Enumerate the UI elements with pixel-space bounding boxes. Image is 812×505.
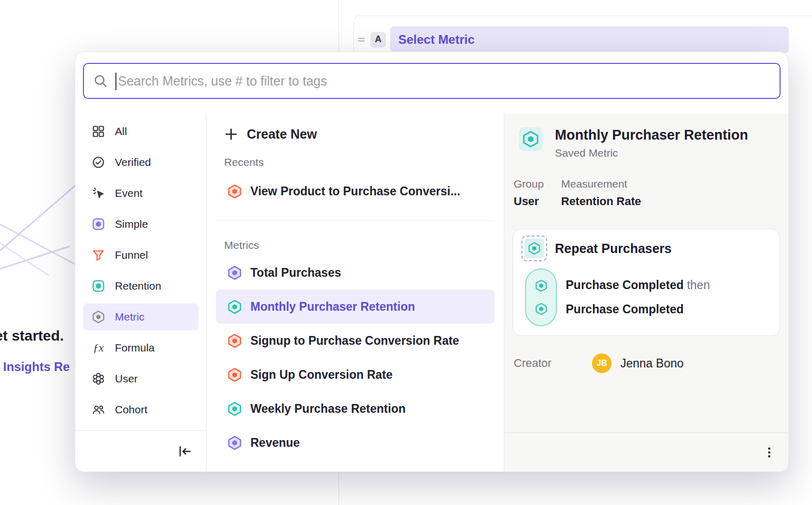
sidebar-item-label: User xyxy=(115,373,138,385)
cursor-click-icon xyxy=(92,187,105,200)
step-connector: then xyxy=(684,278,710,292)
modal-content: All Verified Event Simple Funnel xyxy=(75,114,788,472)
measurement-label: Measurement xyxy=(561,178,641,190)
search-area xyxy=(75,52,788,114)
verified-badge-icon xyxy=(92,156,105,169)
measurement-value: Retention Rate xyxy=(561,195,641,208)
sidebar-item-funnel[interactable]: Funnel xyxy=(83,242,198,268)
text-caret xyxy=(115,73,116,90)
list-item-label: View Product to Purchase Conversi... xyxy=(250,184,460,198)
dashed-icon-inner xyxy=(525,239,544,258)
sidebar-item-label: Event xyxy=(115,187,143,199)
sidebar-item-user[interactable]: User xyxy=(83,365,198,392)
step-2-event: Purchase Completed xyxy=(566,302,684,316)
teal-hexagon-icon xyxy=(522,130,539,148)
sidebar-item-metric[interactable]: Metric xyxy=(83,304,198,330)
sidebar-item-retention[interactable]: Retention xyxy=(83,273,198,299)
metric-hexagon-icon xyxy=(92,310,105,324)
sidebar-item-label: All xyxy=(115,125,127,138)
create-new-label: Create New xyxy=(247,127,317,142)
group-value: User xyxy=(514,195,549,208)
list-item-label: Revenue xyxy=(250,436,300,450)
step-2: Purchase Completed xyxy=(566,302,710,316)
orange-hexagon-icon xyxy=(227,333,242,348)
list-item-weekly-purchase-retention[interactable]: Weekly Purchase Retention xyxy=(216,392,495,426)
grid-icon xyxy=(92,125,105,138)
sidebar-item-cohort[interactable]: Cohort xyxy=(83,396,198,423)
metric-title: Monthly Purchaser Retention xyxy=(555,127,748,143)
teal-hexagon-icon xyxy=(227,299,242,314)
definition-card-header: Repeat Purchasers xyxy=(521,235,771,261)
orange-hexagon-icon xyxy=(227,184,242,199)
filter-sidebar: All Verified Event Simple Funnel xyxy=(75,114,207,472)
detail-header-text: Monthly Purchaser Retention Saved Metric xyxy=(555,127,748,159)
plus-icon xyxy=(224,127,238,141)
collapse-sidebar-icon[interactable] xyxy=(177,444,193,459)
select-metric-button[interactable]: Select Metric xyxy=(390,26,789,53)
sidebar-item-all[interactable]: All xyxy=(83,118,198,145)
list-item-label: Total Purchases xyxy=(250,266,341,280)
list-item-label: Weekly Purchase Retention xyxy=(250,402,405,416)
creator-avatar: JB xyxy=(592,354,612,373)
step-hexagon-icon xyxy=(535,302,548,315)
sidebar-item-verified[interactable]: Verified xyxy=(83,149,198,176)
list-item-sign-up-conversion-rate[interactable]: Sign Up Conversion Rate xyxy=(216,358,495,392)
sidebar-item-label: Retention xyxy=(115,280,161,292)
search-input[interactable] xyxy=(118,74,770,89)
sidebar-item-label: Formula xyxy=(115,342,155,354)
metric-definition-card: Repeat Purchasers Purchase Completed the… xyxy=(513,229,780,336)
detail-body: Monthly Purchaser Retention Saved Metric… xyxy=(504,114,788,432)
definition-title: Repeat Purchasers xyxy=(555,241,672,256)
sidebar-item-label: Verified xyxy=(115,156,151,169)
metric-meta: Group User Measurement Retention Rate xyxy=(513,178,780,208)
dashed-icon-box xyxy=(521,235,547,261)
purple-hexagon-icon xyxy=(227,435,242,450)
step-1: Purchase Completed then xyxy=(566,278,710,292)
background-link-partial[interactable]: e Insights Re xyxy=(0,360,70,374)
user-flower-icon xyxy=(92,372,105,385)
funnel-icon xyxy=(92,248,105,262)
sidebar-item-formula[interactable]: ƒx Formula xyxy=(83,334,198,361)
detail-footer xyxy=(504,432,788,472)
list-divider xyxy=(216,220,495,221)
meta-group-column: Group User xyxy=(514,178,549,208)
steps-text: Purchase Completed then Purchase Complet… xyxy=(566,268,710,326)
metric-subtitle: Saved Metric xyxy=(555,147,748,159)
list-item-signup-to-purchase-conversion-rate[interactable]: Signup to Purchase Conversion Rate xyxy=(216,324,495,358)
group-label: Group xyxy=(514,178,549,190)
list-item-monthly-purchaser-retention[interactable]: Monthly Purchaser Retention xyxy=(216,290,495,324)
metric-list-column: Create New Recents View Product to Purch… xyxy=(207,114,504,472)
creator-row: Creator JB Jenna Bono xyxy=(513,354,780,373)
metric-type-icon-container xyxy=(519,127,543,151)
metrics-list: Total Purchases Monthly Purchaser Retent… xyxy=(216,256,495,460)
metrics-header: Metrics xyxy=(216,239,495,251)
background-heading-partial: et started. xyxy=(0,328,64,344)
list-item-label: Signup to Purchase Conversion Rate xyxy=(250,334,459,348)
series-letter-badge[interactable]: A xyxy=(370,32,386,47)
search-box[interactable] xyxy=(83,63,781,99)
definition-steps: Purchase Completed then Purchase Complet… xyxy=(525,268,771,326)
create-new-button[interactable]: Create New xyxy=(216,120,495,148)
metric-picker-modal: All Verified Event Simple Funnel xyxy=(75,52,789,472)
list-item-label: Monthly Purchaser Retention xyxy=(250,300,415,314)
list-item-total-purchases[interactable]: Total Purchases xyxy=(216,256,495,290)
creator-name: Jenna Bono xyxy=(620,357,684,371)
list-item-recent[interactable]: View Product to Purchase Conversi... xyxy=(216,175,495,208)
sidebar-item-label: Simple xyxy=(115,218,148,230)
formula-icon: ƒx xyxy=(92,341,105,355)
orange-hexagon-icon xyxy=(227,367,242,382)
sidebar-item-label: Funnel xyxy=(115,249,148,261)
sidebar-item-event[interactable]: Event xyxy=(83,180,198,207)
kebab-menu-icon[interactable] xyxy=(763,446,776,459)
list-item-revenue[interactable]: Revenue xyxy=(216,426,495,460)
simple-metric-icon xyxy=(92,217,105,231)
sidebar-footer xyxy=(75,430,206,472)
drag-handle-icon[interactable] xyxy=(356,35,366,45)
sidebar-item-simple[interactable]: Simple xyxy=(83,211,198,238)
teal-hexagon-icon xyxy=(528,242,541,255)
meta-measurement-column: Measurement Retention Rate xyxy=(561,178,641,208)
retention-icon xyxy=(92,279,105,293)
creator-label: Creator xyxy=(514,357,592,370)
sidebar-item-label: Cohort xyxy=(115,403,147,416)
purple-hexagon-icon xyxy=(227,265,242,280)
